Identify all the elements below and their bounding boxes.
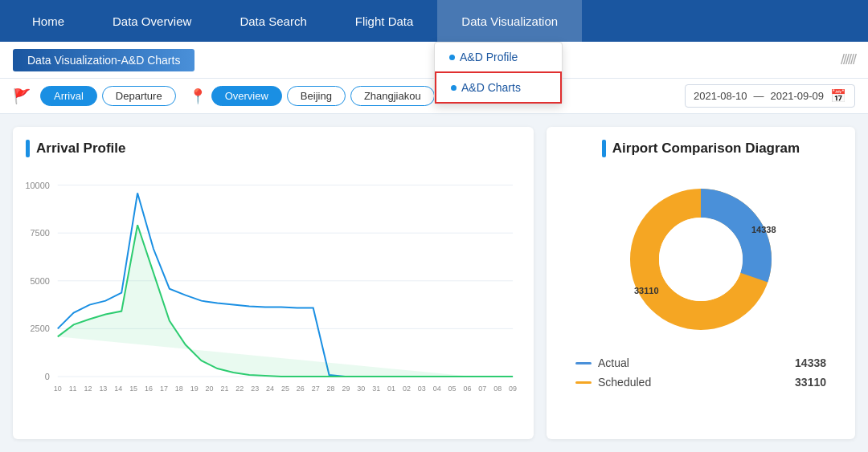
legend-scheduled: Scheduled 33110 [575,376,826,389]
svg-point-45 [659,218,743,301]
flag-icon: 🚩 [13,88,31,105]
zhangjiakou-button[interactable]: Zhangjiakou [350,86,435,106]
nav-home[interactable]: Home [8,0,88,42]
svg-text:20: 20 [206,385,214,393]
svg-text:14: 14 [114,385,122,393]
scheduled-color-swatch [575,381,592,384]
svg-text:27: 27 [312,385,320,393]
svg-text:15: 15 [129,385,137,393]
svg-text:01: 01 [387,385,395,393]
dropdown-menu: A&D Profile A&D Charts [434,42,563,104]
donut-chart: 14338 33110 [616,175,785,344]
actual-color-swatch [575,362,592,364]
svg-text:02: 02 [403,385,411,393]
nav-flight-data[interactable]: Flight Data [331,0,438,42]
date-start: 2021-08-10 [694,90,747,102]
departure-button[interactable]: Departure [102,86,176,106]
beijing-button[interactable]: Beijing [287,86,346,106]
arrival-button[interactable]: Arrival [40,86,97,106]
arrival-line-chart: 10000 7500 5000 2500 0 10 11 12 13 14 15… [26,167,521,410]
top-navigation: Home Data Overview Data Search Flight Da… [0,0,868,42]
title-bar-icon [26,140,30,157]
arrival-profile-panel: Arrival Profile 10000 7500 5000 2500 0 [13,127,534,439]
svg-text:28: 28 [327,385,335,393]
location-icon: 📍 [189,88,207,105]
svg-text:10000: 10000 [26,181,50,190]
nav-data-search[interactable]: Data Search [215,0,330,42]
airport-comparison-panel: Airport Comparison Diagram 14338 33110 [547,127,855,439]
scheduled-value: 33110 [795,376,826,389]
decorative-line: ////// [841,51,855,68]
chart-legend: Actual 14338 Scheduled 33110 [559,356,842,395]
main-content: Arrival Profile 10000 7500 5000 2500 0 [0,114,868,452]
overview-button[interactable]: Overview [211,86,282,106]
date-separator: — [754,90,764,102]
svg-text:23: 23 [251,385,259,393]
svg-marker-11 [58,225,513,377]
dropdown-ad-profile[interactable]: A&D Profile [435,43,562,71]
donut-chart-title: Airport Comparison Diagram [602,140,800,157]
legend-actual: Actual 14338 [575,356,826,369]
title-bar-icon-2 [602,140,606,157]
svg-text:13: 13 [99,385,107,393]
svg-text:21: 21 [220,385,228,393]
svg-text:05: 05 [448,385,457,393]
svg-text:30: 30 [357,385,365,393]
actual-value-label: 14338 [751,225,776,234]
svg-text:04: 04 [433,385,441,393]
arrival-chart-title: Arrival Profile [26,140,521,157]
svg-text:06: 06 [463,385,471,393]
svg-text:09: 09 [509,385,517,393]
svg-text:7500: 7500 [31,228,50,238]
calendar-icon: 📅 [830,88,846,104]
dot-icon-2 [451,85,457,91]
page-title: Data Visualization-A&D Charts [13,49,194,71]
nav-data-overview[interactable]: Data Overview [88,0,215,42]
scheduled-value-label: 33110 [634,286,659,295]
svg-text:18: 18 [175,385,183,393]
date-end: 2021-09-09 [771,90,825,102]
dot-icon [449,55,455,60]
svg-text:26: 26 [297,385,305,393]
svg-text:07: 07 [478,385,486,393]
date-range-picker[interactable]: 2021-08-10 — 2021-09-09 📅 [685,84,855,108]
svg-text:24: 24 [266,385,274,393]
svg-text:17: 17 [160,385,168,393]
svg-text:22: 22 [235,385,244,393]
svg-text:16: 16 [145,385,153,393]
svg-text:2500: 2500 [31,324,50,333]
svg-text:03: 03 [418,385,426,393]
svg-text:29: 29 [342,385,350,393]
svg-text:08: 08 [493,385,502,393]
scheduled-label: Scheduled [598,376,651,389]
svg-text:11: 11 [69,385,77,393]
svg-text:0: 0 [45,372,50,381]
svg-text:10: 10 [54,385,62,393]
nav-data-visualization[interactable]: Data Visualization [437,0,582,42]
svg-text:5000: 5000 [31,276,50,286]
svg-text:19: 19 [190,385,199,393]
actual-label: Actual [598,356,629,369]
actual-value: 14338 [795,356,826,369]
dropdown-ad-charts[interactable]: A&D Charts [435,71,562,104]
svg-text:31: 31 [372,385,380,393]
svg-text:25: 25 [281,385,289,393]
svg-text:12: 12 [84,385,92,393]
